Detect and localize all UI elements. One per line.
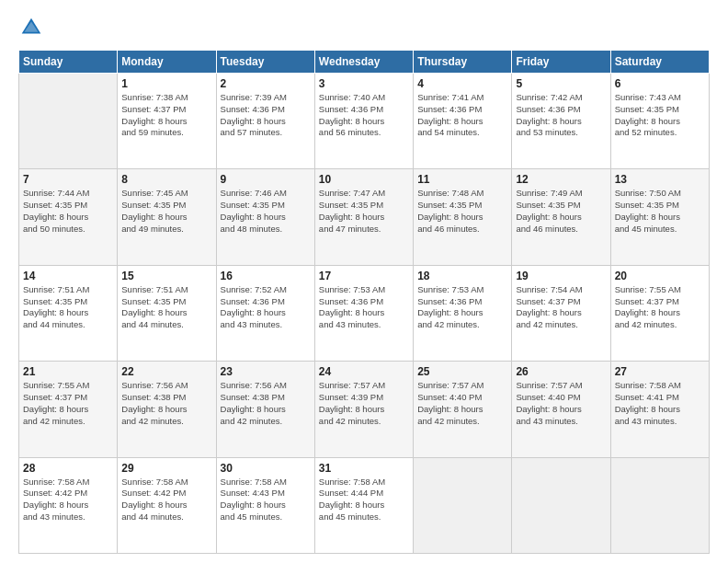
weekday-header: Monday — [118, 51, 216, 74]
day-number: 27 — [615, 365, 705, 378]
weekday-header: Sunday — [19, 51, 118, 74]
calendar-cell — [610, 457, 709, 553]
cell-content: Sunrise: 7:50 AM Sunset: 4:35 PM Dayligh… — [615, 188, 705, 235]
calendar-cell: 9Sunrise: 7:46 AM Sunset: 4:35 PM Daylig… — [216, 169, 314, 265]
cell-content: Sunrise: 7:43 AM Sunset: 4:35 PM Dayligh… — [615, 92, 705, 139]
day-number: 24 — [319, 365, 409, 378]
day-number: 13 — [615, 173, 705, 186]
calendar-cell: 27Sunrise: 7:58 AM Sunset: 4:41 PM Dayli… — [610, 362, 709, 457]
cell-content: Sunrise: 7:53 AM Sunset: 4:36 PM Dayligh… — [417, 284, 507, 331]
day-number: 1 — [121, 77, 211, 90]
day-number: 23 — [221, 365, 311, 378]
day-number: 31 — [319, 462, 409, 475]
calendar-cell: 8Sunrise: 7:45 AM Sunset: 4:35 PM Daylig… — [118, 169, 216, 265]
calendar-cell: 26Sunrise: 7:57 AM Sunset: 4:40 PM Dayli… — [512, 362, 610, 457]
calendar-cell: 15Sunrise: 7:51 AM Sunset: 4:35 PM Dayli… — [118, 265, 216, 361]
day-number: 2 — [221, 77, 311, 90]
calendar-cell: 22Sunrise: 7:56 AM Sunset: 4:38 PM Dayli… — [118, 362, 216, 457]
day-number: 4 — [417, 77, 507, 90]
cell-content: Sunrise: 7:56 AM Sunset: 4:38 PM Dayligh… — [221, 380, 311, 427]
cell-content: Sunrise: 7:55 AM Sunset: 4:37 PM Dayligh… — [23, 380, 113, 427]
cell-content: Sunrise: 7:42 AM Sunset: 4:36 PM Dayligh… — [516, 92, 606, 139]
calendar-cell: 28Sunrise: 7:58 AM Sunset: 4:42 PM Dayli… — [19, 457, 118, 553]
cell-content: Sunrise: 7:55 AM Sunset: 4:37 PM Dayligh… — [615, 284, 705, 331]
calendar-week-row: 1Sunrise: 7:38 AM Sunset: 4:37 PM Daylig… — [19, 74, 710, 169]
day-number: 7 — [23, 173, 113, 186]
calendar-cell: 23Sunrise: 7:56 AM Sunset: 4:38 PM Dayli… — [216, 362, 314, 457]
day-number: 3 — [319, 77, 409, 90]
calendar-cell: 30Sunrise: 7:58 AM Sunset: 4:43 PM Dayli… — [216, 457, 314, 553]
cell-content: Sunrise: 7:58 AM Sunset: 4:42 PM Dayligh… — [121, 477, 211, 523]
weekday-header-row: SundayMondayTuesdayWednesdayThursdayFrid… — [19, 51, 710, 74]
cell-content: Sunrise: 7:39 AM Sunset: 4:36 PM Dayligh… — [221, 92, 311, 139]
calendar-cell: 18Sunrise: 7:53 AM Sunset: 4:36 PM Dayli… — [414, 265, 512, 361]
weekday-header: Friday — [512, 51, 610, 74]
cell-content: Sunrise: 7:54 AM Sunset: 4:37 PM Dayligh… — [516, 284, 606, 331]
cell-content: Sunrise: 7:47 AM Sunset: 4:35 PM Dayligh… — [319, 188, 409, 235]
calendar-cell: 24Sunrise: 7:57 AM Sunset: 4:39 PM Dayli… — [314, 362, 413, 457]
calendar-week-row: 14Sunrise: 7:51 AM Sunset: 4:35 PM Dayli… — [19, 265, 710, 361]
cell-content: Sunrise: 7:58 AM Sunset: 4:44 PM Dayligh… — [319, 477, 409, 523]
day-number: 16 — [221, 270, 311, 282]
cell-content: Sunrise: 7:49 AM Sunset: 4:35 PM Dayligh… — [516, 188, 606, 235]
cell-content: Sunrise: 7:46 AM Sunset: 4:35 PM Dayligh… — [221, 188, 311, 235]
cell-content: Sunrise: 7:38 AM Sunset: 4:37 PM Dayligh… — [121, 92, 211, 139]
day-number: 19 — [516, 270, 606, 282]
day-number: 30 — [221, 462, 311, 475]
calendar: SundayMondayTuesdayWednesdayThursdayFrid… — [18, 50, 710, 554]
calendar-cell: 10Sunrise: 7:47 AM Sunset: 4:35 PM Dayli… — [314, 169, 413, 265]
cell-content: Sunrise: 7:57 AM Sunset: 4:39 PM Dayligh… — [319, 380, 409, 427]
cell-content: Sunrise: 7:52 AM Sunset: 4:36 PM Dayligh… — [221, 284, 311, 331]
logo-icon — [18, 15, 44, 40]
calendar-cell — [512, 457, 610, 553]
calendar-cell: 5Sunrise: 7:42 AM Sunset: 4:36 PM Daylig… — [512, 74, 610, 169]
calendar-cell: 2Sunrise: 7:39 AM Sunset: 4:36 PM Daylig… — [216, 74, 314, 169]
header — [18, 15, 710, 40]
weekday-header: Tuesday — [216, 51, 314, 74]
day-number: 5 — [516, 77, 606, 90]
calendar-week-row: 21Sunrise: 7:55 AM Sunset: 4:37 PM Dayli… — [19, 362, 710, 457]
cell-content: Sunrise: 7:48 AM Sunset: 4:35 PM Dayligh… — [417, 188, 507, 235]
cell-content: Sunrise: 7:51 AM Sunset: 4:35 PM Dayligh… — [121, 284, 211, 331]
calendar-cell: 4Sunrise: 7:41 AM Sunset: 4:36 PM Daylig… — [414, 74, 512, 169]
day-number: 22 — [121, 365, 211, 378]
page: SundayMondayTuesdayWednesdayThursdayFrid… — [0, 0, 728, 563]
calendar-cell: 17Sunrise: 7:53 AM Sunset: 4:36 PM Dayli… — [314, 265, 413, 361]
cell-content: Sunrise: 7:53 AM Sunset: 4:36 PM Dayligh… — [319, 284, 409, 331]
weekday-header: Saturday — [610, 51, 709, 74]
calendar-header: SundayMondayTuesdayWednesdayThursdayFrid… — [19, 51, 710, 74]
cell-content: Sunrise: 7:40 AM Sunset: 4:36 PM Dayligh… — [319, 92, 409, 139]
calendar-cell: 25Sunrise: 7:57 AM Sunset: 4:40 PM Dayli… — [414, 362, 512, 457]
cell-content: Sunrise: 7:45 AM Sunset: 4:35 PM Dayligh… — [121, 188, 211, 235]
day-number: 11 — [417, 173, 507, 186]
calendar-cell: 1Sunrise: 7:38 AM Sunset: 4:37 PM Daylig… — [118, 74, 216, 169]
cell-content: Sunrise: 7:58 AM Sunset: 4:41 PM Dayligh… — [615, 380, 705, 427]
day-number: 6 — [615, 77, 705, 90]
calendar-cell: 3Sunrise: 7:40 AM Sunset: 4:36 PM Daylig… — [314, 74, 413, 169]
weekday-header: Wednesday — [314, 51, 413, 74]
calendar-cell: 13Sunrise: 7:50 AM Sunset: 4:35 PM Dayli… — [610, 169, 709, 265]
calendar-cell — [19, 74, 118, 169]
cell-content: Sunrise: 7:51 AM Sunset: 4:35 PM Dayligh… — [23, 284, 113, 331]
day-number: 15 — [121, 270, 211, 282]
day-number: 14 — [23, 270, 113, 282]
day-number: 17 — [319, 270, 409, 282]
calendar-cell: 6Sunrise: 7:43 AM Sunset: 4:35 PM Daylig… — [610, 74, 709, 169]
calendar-body: 1Sunrise: 7:38 AM Sunset: 4:37 PM Daylig… — [19, 74, 710, 554]
day-number: 26 — [516, 365, 606, 378]
day-number: 28 — [23, 462, 113, 475]
calendar-cell: 29Sunrise: 7:58 AM Sunset: 4:42 PM Dayli… — [118, 457, 216, 553]
day-number: 8 — [121, 173, 211, 186]
day-number: 21 — [23, 365, 113, 378]
cell-content: Sunrise: 7:56 AM Sunset: 4:38 PM Dayligh… — [121, 380, 211, 427]
calendar-cell: 14Sunrise: 7:51 AM Sunset: 4:35 PM Dayli… — [19, 265, 118, 361]
calendar-cell: 31Sunrise: 7:58 AM Sunset: 4:44 PM Dayli… — [314, 457, 413, 553]
calendar-cell: 12Sunrise: 7:49 AM Sunset: 4:35 PM Dayli… — [512, 169, 610, 265]
day-number: 9 — [221, 173, 311, 186]
calendar-cell: 19Sunrise: 7:54 AM Sunset: 4:37 PM Dayli… — [512, 265, 610, 361]
day-number: 20 — [615, 270, 705, 282]
day-number: 18 — [417, 270, 507, 282]
calendar-cell: 20Sunrise: 7:55 AM Sunset: 4:37 PM Dayli… — [610, 265, 709, 361]
cell-content: Sunrise: 7:57 AM Sunset: 4:40 PM Dayligh… — [516, 380, 606, 427]
weekday-header: Thursday — [414, 51, 512, 74]
